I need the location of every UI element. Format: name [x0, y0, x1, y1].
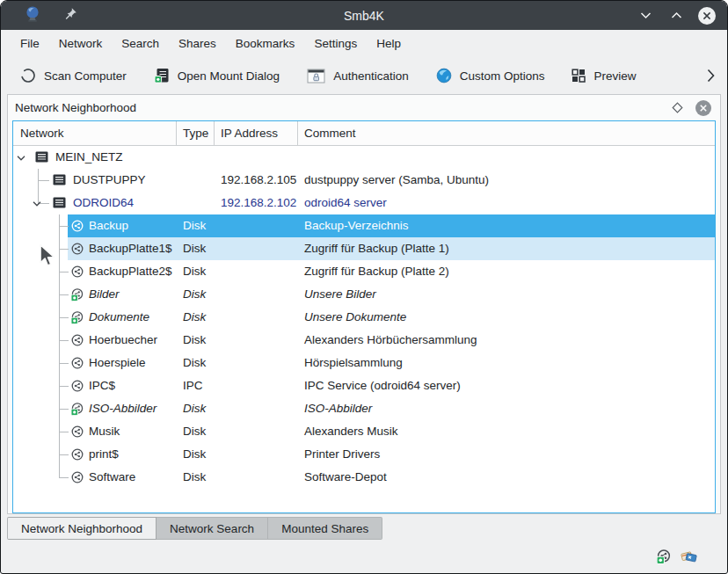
row-type: Disk [183, 443, 206, 466]
row-network-name: ISO-Abbilder [89, 397, 157, 420]
tree-row-musik[interactable]: MusikDiskAlexanders Musik [13, 420, 715, 443]
mount-dialog-icon [154, 68, 170, 84]
tree-row-ipc[interactable]: IPC$IPCIPC Service (odroid64 server) [13, 374, 715, 397]
smb4k-window: Smb4K FileNetworkSearchSharesBookmarksSe… [0, 0, 728, 574]
row-comment: Alexanders Hörbüchersammlung [304, 329, 477, 352]
table-header: Network Type IP Address Comment [13, 121, 715, 146]
row-network-name: DUSTPUPPY [73, 169, 146, 192]
maximize-button[interactable] [666, 6, 686, 25]
tree-row-iso-abbilder[interactable]: ISO-AbbilderDiskISO-Abbilder [13, 397, 715, 420]
toolbar-label-authentication: Authentication [333, 69, 409, 83]
chevron-down-icon[interactable] [33, 200, 41, 207]
row-network-name: Musik [89, 420, 120, 443]
menu-search[interactable]: Search [112, 33, 169, 54]
column-separator[interactable] [297, 121, 298, 145]
tree-row-dokumente[interactable]: DokumenteDiskUnsere Dokumente [13, 306, 715, 329]
row-type: Disk [183, 397, 206, 420]
tree-row-backup[interactable]: BackupDiskBackup-Verzeichnis [13, 214, 715, 237]
wallet-status-icon[interactable] [681, 549, 697, 564]
toolbar-label-open-mount-dialog: Open Mount Dialog [178, 69, 280, 83]
row-comment: IPC Service (odroid64 server) [304, 374, 461, 397]
tree-row-hoerbuecher[interactable]: HoerbuecherDiskAlexanders Hörbüchersamml… [13, 329, 715, 352]
host-icon [53, 174, 66, 185]
column-header-comment[interactable]: Comment [304, 121, 356, 145]
share-mounted-icon [71, 403, 84, 416]
tree-row-odroid64[interactable]: ODROID64192.168.2.102odroid64 server [13, 192, 715, 214]
share-icon [71, 265, 84, 278]
menu-help[interactable]: Help [367, 33, 411, 54]
row-network-name: Backup [89, 214, 128, 237]
toolbar-preview[interactable]: Preview [571, 69, 636, 83]
row-comment: Software-Depot [304, 466, 387, 489]
tree-row-software[interactable]: SoftwareDiskSoftware-Depot [13, 466, 715, 489]
share-icon [71, 220, 84, 232]
row-network-name: print$ [89, 443, 119, 466]
row-type: Disk [183, 420, 206, 443]
row-type: Disk [183, 214, 206, 237]
column-separator[interactable] [214, 121, 215, 145]
row-comment: Printer Drivers [304, 443, 380, 466]
column-header-network[interactable]: Network [20, 121, 64, 145]
close-button[interactable] [697, 6, 717, 25]
row-type: Disk [183, 283, 206, 306]
tab-mounted-shares[interactable]: Mounted Shares [268, 517, 382, 540]
row-comment: Unsere Bilder [304, 283, 376, 306]
tree-row-hoerspiele[interactable]: HoerspieleDiskHörspielsammlung [13, 352, 715, 374]
row-type: Disk [183, 352, 206, 374]
share-icon [71, 357, 84, 369]
menu-shares[interactable]: Shares [169, 33, 226, 54]
tree-guide-line [59, 294, 69, 295]
toolbar-authentication[interactable]: Authentication [307, 69, 409, 84]
tree-guide-line [59, 272, 69, 272]
column-header-type[interactable]: Type [183, 121, 208, 145]
toolbar-label-preview: Preview [593, 69, 636, 83]
bottom-tabbar: Network NeighborhoodNetwork SearchMounte… [7, 517, 727, 540]
toolbar-scan-computer[interactable]: Scan Computer [20, 68, 127, 84]
toolbar-custom-options[interactable]: Custom Options [436, 68, 545, 84]
tree-guide-line [59, 340, 69, 341]
tree-guide-line [59, 363, 69, 364]
dock-titlebar: Network Neighborhood [8, 95, 720, 120]
tree-row-print[interactable]: print$DiskPrinter Drivers [13, 443, 715, 466]
menu-settings[interactable]: Settings [304, 33, 367, 54]
row-type: Disk [183, 260, 206, 283]
menu-network[interactable]: Network [49, 33, 113, 54]
menu-file[interactable]: File [11, 33, 49, 54]
tree-row-bilder[interactable]: BilderDiskUnsere Bilder [13, 283, 715, 306]
mounted-share-status-icon[interactable] [657, 549, 671, 564]
column-header-ip-address[interactable]: IP Address [221, 121, 278, 145]
menu-bookmarks[interactable]: Bookmarks [226, 33, 305, 54]
row-ip-address: 192.168.2.105 [221, 169, 296, 192]
row-type: Disk [183, 306, 206, 329]
tree-guide-line [59, 432, 69, 432]
titlebar[interactable]: Smb4K [1, 1, 727, 30]
share-icon [71, 471, 84, 483]
row-network-name: MEIN_NETZ [55, 146, 123, 169]
tree-guide-line [59, 409, 69, 410]
tab-network-search[interactable]: Network Search [157, 517, 268, 540]
tab-network-neighborhood[interactable]: Network Neighborhood [7, 517, 157, 540]
dock-close-icon[interactable] [695, 99, 712, 117]
toolbar-open-mount-dialog[interactable]: Open Mount Dialog [154, 68, 280, 84]
tree-row-backupplatte1[interactable]: BackupPlatte1$DiskZugriff für Backup (Pl… [13, 237, 715, 260]
row-comment: Hörspielsammlung [304, 352, 403, 374]
custom-options-icon [436, 68, 452, 84]
minimize-button[interactable] [636, 6, 655, 25]
row-comment: dustpuppy server (Samba, Ubuntu) [304, 169, 489, 192]
row-network-name: BackupPlatte1$ [89, 237, 172, 260]
row-comment: Backup-Verzeichnis [304, 214, 409, 237]
tree-row-backupplatte2[interactable]: BackupPlatte2$DiskZugriff für Backup (Pl… [13, 260, 715, 283]
row-type: Disk [183, 237, 206, 260]
column-separator[interactable] [176, 121, 177, 145]
row-network-name: Dokumente [89, 306, 149, 329]
tree-row-dustpuppy[interactable]: DUSTPUPPY192.168.2.105dustpuppy server (… [13, 169, 715, 192]
row-type: Disk [183, 329, 206, 352]
share-mounted-icon [71, 288, 84, 302]
pin-icon[interactable] [64, 7, 77, 24]
row-network-name: Bilder [89, 283, 120, 306]
chevron-down-icon[interactable] [17, 155, 25, 162]
toolbar-overflow-button[interactable] [707, 69, 715, 83]
float-diamond-icon[interactable] [672, 102, 683, 113]
tree-row-mein-netz[interactable]: MEIN_NETZ [13, 146, 715, 169]
tree-guide-line [59, 466, 60, 477]
